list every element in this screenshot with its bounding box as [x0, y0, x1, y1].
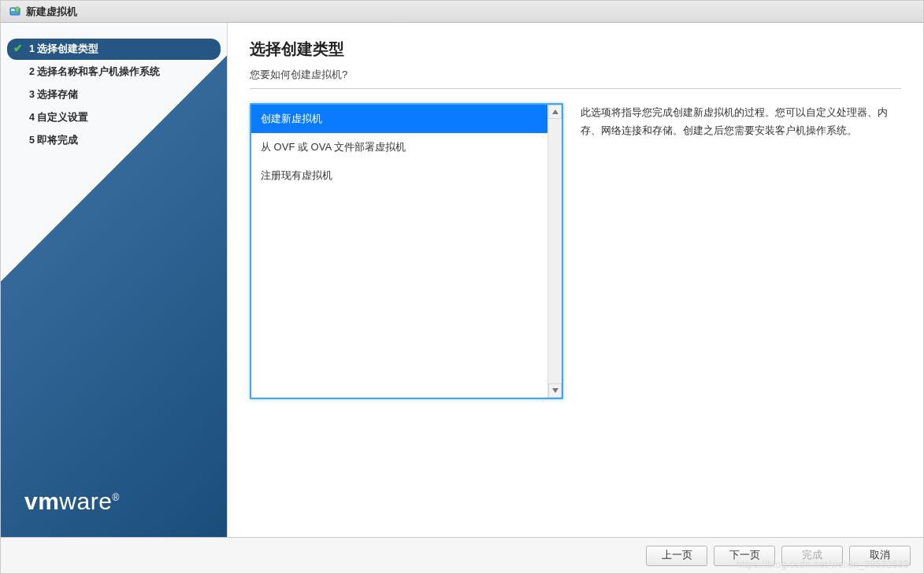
step-label: 选择存储 — [37, 89, 78, 100]
step-label: 即将完成 — [37, 135, 78, 146]
creation-type-listbox[interactable]: 创建新虚拟机 从 OVF 或 OVA 文件部署虚拟机 注册现有虚拟机 — [250, 103, 563, 399]
check-icon: ✔ — [13, 42, 23, 54]
step-label: 选择创建类型 — [37, 43, 98, 54]
wizard-footer: 上一页 下一页 完成 取消 https://blog.csdn.net/weix… — [1, 537, 923, 573]
back-button[interactable]: 上一页 — [646, 546, 707, 566]
step-customize[interactable]: 4 自定义设置 — [7, 107, 221, 128]
listbox-items: 创建新虚拟机 从 OVF 或 OVA 文件部署虚拟机 注册现有虚拟机 — [251, 105, 547, 398]
listbox-scrollbar[interactable] — [547, 105, 562, 398]
step-num: 3 — [29, 89, 35, 100]
step-label: 自定义设置 — [37, 112, 88, 123]
vmware-logo: vmware® — [24, 488, 120, 515]
brand-vm: vm — [24, 488, 59, 514]
steps-list: ✔ 1 选择创建类型 2 选择名称和客户机操作系统 3 选择存储 4 自定义设置… — [1, 39, 227, 151]
step-storage[interactable]: 3 选择存储 — [7, 84, 221, 106]
divider — [250, 88, 901, 89]
vm-wizard-icon — [9, 6, 21, 18]
step-select-type[interactable]: ✔ 1 选择创建类型 — [7, 39, 221, 60]
step-name-guest-os[interactable]: 2 选择名称和客户机操作系统 — [7, 61, 221, 83]
page-title: 选择创建类型 — [250, 39, 901, 60]
next-button[interactable]: 下一页 — [714, 546, 775, 566]
brand-reg: ® — [112, 492, 119, 503]
option-create-new[interactable]: 创建新虚拟机 — [251, 105, 547, 133]
step-num: 1 — [29, 43, 35, 54]
option-deploy-ovf[interactable]: 从 OVF 或 OVA 文件部署虚拟机 — [251, 133, 547, 161]
wizard-sidebar: ✔ 1 选择创建类型 2 选择名称和客户机操作系统 3 选择存储 4 自定义设置… — [1, 23, 228, 537]
step-ready[interactable]: 5 即将完成 — [7, 130, 221, 151]
step-num: 2 — [29, 66, 35, 77]
step-num: 5 — [29, 135, 35, 146]
scroll-down-icon[interactable] — [548, 383, 562, 398]
titlebar: 新建虚拟机 — [1, 1, 923, 23]
page-question: 您要如何创建虚拟机? — [250, 68, 901, 82]
option-register-existing[interactable]: 注册现有虚拟机 — [251, 161, 547, 190]
finish-button[interactable]: 完成 — [781, 546, 843, 566]
wizard-body: ✔ 1 选择创建类型 2 选择名称和客户机操作系统 3 选择存储 4 自定义设置… — [1, 23, 923, 537]
step-label: 选择名称和客户机操作系统 — [37, 66, 160, 77]
scroll-up-icon[interactable] — [548, 105, 562, 119]
cancel-button[interactable]: 取消 — [849, 546, 911, 566]
option-description: 此选项将指导您完成创建新虚拟机的过程。您可以自定义处理器、内存、网络连接和存储。… — [581, 103, 901, 140]
step-num: 4 — [29, 112, 35, 123]
brand-ware: ware — [59, 488, 112, 514]
wizard-main: 选择创建类型 您要如何创建虚拟机? 创建新虚拟机 从 OVF 或 OVA 文件部… — [228, 23, 923, 537]
window-title: 新建虚拟机 — [26, 5, 77, 19]
option-area: 创建新虚拟机 从 OVF 或 OVA 文件部署虚拟机 注册现有虚拟机 此选项将指… — [250, 103, 901, 399]
